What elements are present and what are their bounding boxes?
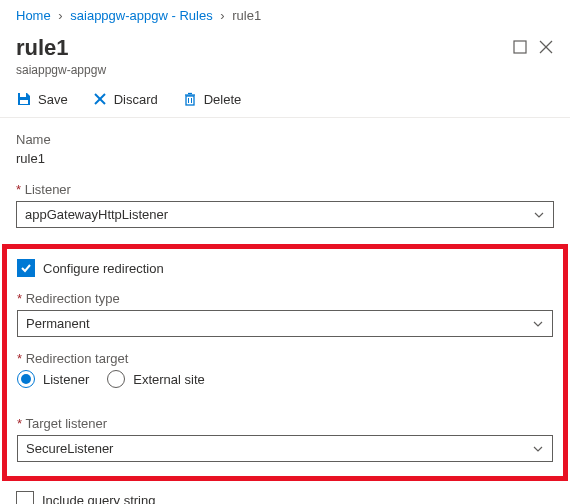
svg-rect-0 xyxy=(514,41,526,53)
svg-rect-3 xyxy=(20,93,26,97)
discard-label: Discard xyxy=(114,92,158,107)
redirection-target-label: Redirection target xyxy=(17,351,553,366)
radio-selected-icon xyxy=(17,370,35,388)
checkbox-unchecked-icon xyxy=(16,491,34,504)
save-label: Save xyxy=(38,92,68,107)
delete-label: Delete xyxy=(204,92,242,107)
restore-window-icon[interactable] xyxy=(512,39,528,55)
breadcrumb-parent[interactable]: saiappgw-appgw - Rules xyxy=(70,8,212,23)
discard-icon xyxy=(92,91,108,107)
save-icon xyxy=(16,91,32,107)
name-value: rule1 xyxy=(16,151,554,166)
listener-select[interactable]: appGatewayHttpListener xyxy=(16,201,554,228)
save-button[interactable]: Save xyxy=(16,91,68,107)
redirection-target-external-radio[interactable]: External site xyxy=(107,370,205,388)
breadcrumb-home[interactable]: Home xyxy=(16,8,51,23)
checkbox-checked-icon xyxy=(17,259,35,277)
redirection-type-select[interactable]: Permanent xyxy=(17,310,553,337)
name-label: Name xyxy=(16,132,554,147)
chevron-down-icon xyxy=(533,209,545,221)
include-query-label: Include query string xyxy=(42,493,155,504)
chevron-right-icon: › xyxy=(220,8,224,23)
toolbar: Save Discard Delete xyxy=(0,85,570,118)
target-listener-value: SecureListener xyxy=(26,441,113,456)
delete-icon xyxy=(182,91,198,107)
configure-redirection-checkbox[interactable]: Configure redirection xyxy=(17,259,553,277)
target-listener-select[interactable]: SecureListener xyxy=(17,435,553,462)
breadcrumb: Home › saiappgw-appgw - Rules › rule1 xyxy=(0,0,570,31)
listener-label: Listener xyxy=(16,182,554,197)
delete-button[interactable]: Delete xyxy=(182,91,242,107)
radio-external-label: External site xyxy=(133,372,205,387)
breadcrumb-current: rule1 xyxy=(232,8,261,23)
page-subtitle: saiappgw-appgw xyxy=(16,63,106,77)
redirection-highlight: Configure redirection Redirection type P… xyxy=(2,244,568,481)
configure-redirection-label: Configure redirection xyxy=(43,261,164,276)
page-title: rule1 xyxy=(16,35,106,61)
redirection-type-value: Permanent xyxy=(26,316,90,331)
chevron-down-icon xyxy=(532,318,544,330)
chevron-right-icon: › xyxy=(58,8,62,23)
discard-button[interactable]: Discard xyxy=(92,91,158,107)
radio-listener-label: Listener xyxy=(43,372,89,387)
svg-rect-4 xyxy=(20,100,28,104)
page-header: rule1 saiappgw-appgw xyxy=(0,31,570,85)
close-icon[interactable] xyxy=(538,39,554,55)
include-query-checkbox[interactable]: Include query string xyxy=(16,491,554,504)
radio-unselected-icon xyxy=(107,370,125,388)
chevron-down-icon xyxy=(532,443,544,455)
svg-rect-7 xyxy=(186,96,194,105)
target-listener-label: Target listener xyxy=(17,416,553,431)
redirection-type-label: Redirection type xyxy=(17,291,553,306)
redirection-target-listener-radio[interactable]: Listener xyxy=(17,370,89,388)
listener-value: appGatewayHttpListener xyxy=(25,207,168,222)
